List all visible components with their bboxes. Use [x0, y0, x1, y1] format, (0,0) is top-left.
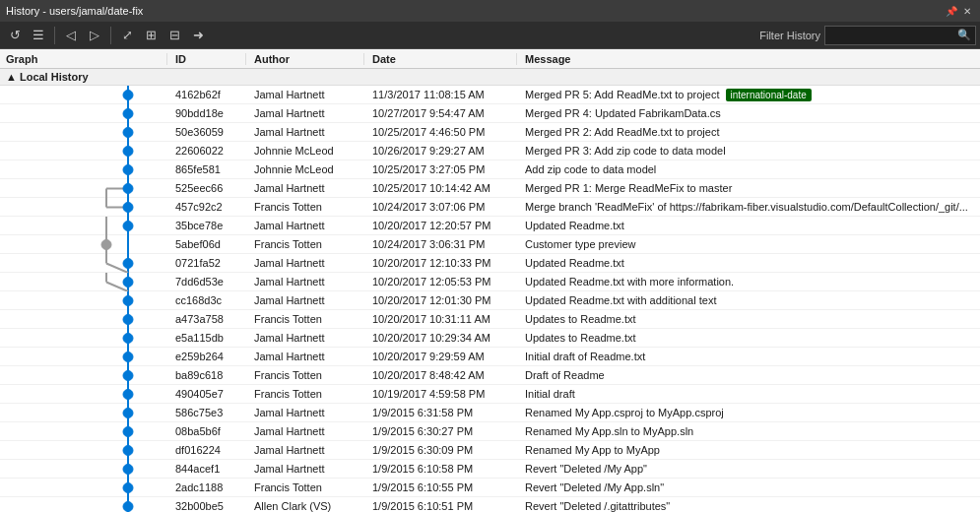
graph-cell	[0, 366, 167, 385]
id-cell: 586c75e3	[167, 407, 246, 418]
id-cell: 22606022	[167, 145, 246, 157]
author-cell: Jamal Hartnett	[246, 463, 364, 475]
graph-cell	[0, 273, 167, 291]
date-cell: 1/9/2015 6:10:55 PM	[364, 481, 517, 493]
author-cell: Francis Totten	[246, 238, 364, 250]
filter-area: Filter History 🔍	[759, 26, 976, 45]
col-id-header[interactable]: ID	[167, 53, 246, 65]
table-row[interactable]: 844acef1Jamal Hartnett1/9/2015 6:10:58 P…	[0, 460, 980, 479]
table-row[interactable]: 586c75e3Jamal Hartnett1/9/2015 6:31:58 P…	[0, 404, 980, 422]
list-button[interactable]: ☰	[28, 25, 49, 46]
graph-cell	[0, 385, 167, 404]
id-cell: ba89c618	[167, 369, 246, 381]
svg-point-3	[123, 108, 133, 118]
svg-point-27	[123, 258, 133, 268]
col-message-header[interactable]: Message	[517, 53, 980, 65]
filter2-button[interactable]: ⊟	[163, 25, 185, 46]
svg-point-49	[123, 445, 133, 455]
table-row[interactable]: 32b00be5Allen Clark (VS)1/9/2015 6:10:51…	[0, 497, 980, 512]
table-row[interactable]: 525eec66Jamal Hartnett10/25/2017 10:14:4…	[0, 179, 980, 198]
title-bar-left: History - users/jamal/date-fix	[6, 5, 143, 17]
id-cell: 32b00be5	[167, 500, 246, 512]
filter-input[interactable]	[829, 30, 957, 41]
title-bar-right: 📌 ✕	[945, 4, 974, 18]
table-row[interactable]: 35bce78eJamal Hartnett10/20/2017 12:20:5…	[0, 217, 980, 235]
svg-point-35	[123, 314, 133, 324]
svg-point-37	[123, 333, 133, 343]
message-cell: Renamed My App.sln to MyApp.sln	[517, 425, 980, 437]
main-content: ▲ Local History 4162b62fJamal Hartnett11…	[0, 69, 980, 512]
message-cell: Draft of Readme	[517, 369, 980, 381]
pin-button[interactable]: 📌	[945, 4, 958, 18]
message-cell: Merged PR 5: Add ReadMe.txt to projectin…	[517, 89, 980, 101]
back-button[interactable]: ◁	[60, 25, 82, 46]
table-row[interactable]: a473a758Francis Totten10/20/2017 10:31:1…	[0, 310, 980, 329]
table-row[interactable]: 22606022Johnnie McLeod10/26/2017 9:29:27…	[0, 142, 980, 160]
id-cell: 5abef06d	[167, 238, 246, 250]
message-cell: Renamed My App.csproj to MyApp.csproj	[517, 407, 980, 418]
message-cell: Revert "Deleted /My App.sln"	[517, 481, 980, 493]
graph-cell	[0, 254, 167, 273]
filter1-button[interactable]: ⊞	[140, 25, 162, 46]
message-cell: Merged PR 4: Updated FabrikamData.cs	[517, 107, 980, 119]
forward-button[interactable]: ▷	[84, 25, 105, 46]
id-cell: e259b264	[167, 351, 246, 362]
section-header[interactable]: ▲ Local History	[0, 69, 980, 86]
refresh-button[interactable]: ↺	[4, 25, 26, 46]
graph-cell	[0, 179, 167, 198]
table-row[interactable]: 0721fa52Jamal Hartnett10/20/2017 12:10:3…	[0, 254, 980, 273]
author-cell: Johnnie McLeod	[246, 145, 364, 157]
table-row[interactable]: ba89c618Francis Totten10/20/2017 8:48:42…	[0, 366, 980, 385]
date-cell: 10/25/2017 4:46:50 PM	[364, 126, 517, 138]
table-row[interactable]: 4162b62fJamal Hartnett11/3/2017 11:08:15…	[0, 86, 980, 104]
author-cell: Johnnie McLeod	[246, 163, 364, 175]
table-row[interactable]: 90bdd18eJamal Hartnett10/27/2017 9:54:47…	[0, 104, 980, 123]
table-row[interactable]: 2adc1188Francis Totten1/9/2015 6:10:55 P…	[0, 479, 980, 497]
author-cell: Jamal Hartnett	[246, 257, 364, 269]
table-row[interactable]: 50e36059Jamal Hartnett10/25/2017 4:46:50…	[0, 123, 980, 142]
id-cell: 90bdd18e	[167, 107, 246, 119]
col-graph-header[interactable]: Graph	[0, 53, 167, 65]
graph-cell	[0, 235, 167, 254]
author-cell: Francis Totten	[246, 313, 364, 325]
date-cell: 10/20/2017 12:20:57 PM	[364, 220, 517, 231]
close-button[interactable]: ✕	[960, 4, 974, 18]
svg-point-45	[123, 408, 133, 417]
svg-point-41	[123, 370, 133, 380]
graph-cell	[0, 217, 167, 235]
svg-point-33	[123, 295, 133, 305]
table-row[interactable]: df016224Jamal Hartnett1/9/2015 6:30:09 P…	[0, 441, 980, 460]
table-row[interactable]: cc168d3cJamal Hartnett10/20/2017 12:01:3…	[0, 291, 980, 310]
table-row[interactable]: e259b264Jamal Hartnett10/20/2017 9:29:59…	[0, 348, 980, 366]
separator-1	[54, 27, 55, 44]
table-row[interactable]: 457c92c2Francis Totten10/24/2017 3:07:06…	[0, 198, 980, 217]
message-cell: Merge branch 'ReadMeFix' of https://fabr…	[517, 201, 980, 213]
filter3-button[interactable]: ➜	[187, 25, 209, 46]
id-cell: 50e36059	[167, 126, 246, 138]
graph-cell	[0, 142, 167, 160]
table-row[interactable]: 7dd6d53eJamal Hartnett10/20/2017 12:05:5…	[0, 273, 980, 291]
history-panel: ▲ Local History 4162b62fJamal Hartnett11…	[0, 69, 980, 512]
section-header-text: ▲ Local History	[6, 71, 89, 83]
table-row[interactable]: e5a115dbJamal Hartnett10/20/2017 10:29:3…	[0, 329, 980, 348]
date-cell: 10/20/2017 8:48:42 AM	[364, 369, 517, 381]
table-row[interactable]: 865fe581Johnnie McLeod10/25/2017 3:27:05…	[0, 160, 980, 179]
message-cell: Initial draft	[517, 388, 980, 400]
author-cell: Jamal Hartnett	[246, 407, 364, 418]
toggle-button[interactable]: ⤢	[116, 25, 138, 46]
message-cell: Initial draft of Readme.txt	[517, 351, 980, 362]
message-cell: Updates to Readme.txt	[517, 332, 980, 344]
col-date-header[interactable]: Date	[364, 53, 517, 65]
table-row[interactable]: 490405e7Francis Totten10/19/2017 4:59:58…	[0, 385, 980, 404]
date-cell: 10/27/2017 9:54:47 AM	[364, 107, 517, 119]
filter-label: Filter History	[759, 30, 820, 41]
table-row[interactable]: 08ba5b6fJamal Hartnett1/9/2015 6:30:27 P…	[0, 422, 980, 441]
author-cell: Jamal Hartnett	[246, 276, 364, 288]
author-cell: Allen Clark (VS)	[246, 500, 364, 512]
col-author-header[interactable]: Author	[246, 53, 364, 65]
date-cell: 10/25/2017 3:27:05 PM	[364, 163, 517, 175]
message-cell: Revert "Deleted /My App"	[517, 463, 980, 475]
id-cell: a473a758	[167, 313, 246, 325]
table-row[interactable]: 5abef06dFrancis Totten10/24/2017 3:06:31…	[0, 235, 980, 254]
id-cell: 7dd6d53e	[167, 276, 246, 288]
